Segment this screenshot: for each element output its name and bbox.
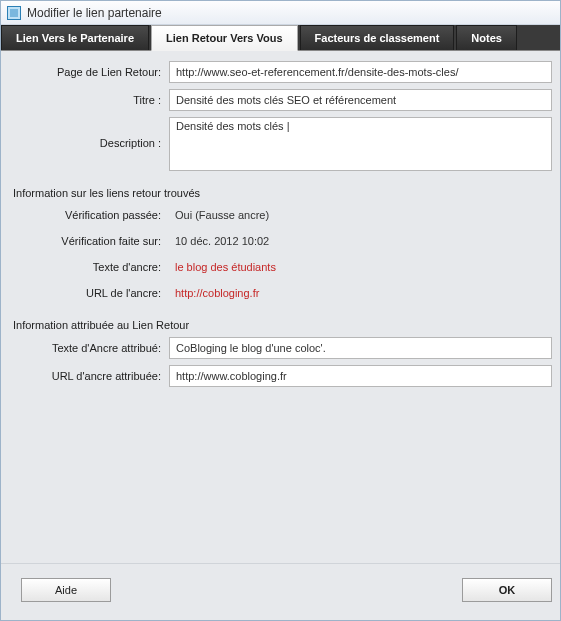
tab-partner-link[interactable]: Lien Vers le Partenaire	[1, 25, 149, 50]
label-title: Titre :	[9, 94, 169, 106]
dialog-window: Modifier le lien partenaire Lien Vers le…	[0, 0, 561, 621]
label-backlink-page: Page de Lien Retour:	[9, 66, 169, 78]
footer: Aide OK	[1, 563, 560, 620]
help-button[interactable]: Aide	[21, 578, 111, 602]
label-description: Description :	[9, 117, 169, 149]
label-assigned-anchor-text: Texte d'Ancre attribué:	[9, 342, 169, 354]
input-assigned-anchor-url[interactable]	[169, 365, 552, 387]
titlebar: Modifier le lien partenaire	[1, 1, 560, 25]
label-anchor-url: URL de l'ancre:	[9, 287, 169, 299]
tabs: Lien Vers le Partenaire Lien Retour Vers…	[1, 25, 560, 51]
label-verify-passed: Vérification passée:	[9, 209, 169, 221]
value-verify-on: 10 déc. 2012 10:02	[169, 231, 552, 251]
input-title[interactable]	[169, 89, 552, 111]
label-anchor-text: Texte d'ancre:	[9, 261, 169, 273]
input-description[interactable]: Densité des mots clés |	[169, 117, 552, 171]
window-title: Modifier le lien partenaire	[27, 6, 162, 20]
input-assigned-anchor-text[interactable]	[169, 337, 552, 359]
input-backlink-page[interactable]	[169, 61, 552, 83]
heading-assigned-info: Information attribuée au Lien Retour	[9, 309, 552, 337]
tab-ranking-factors[interactable]: Facteurs de classement	[300, 25, 455, 50]
label-verify-on: Vérification faite sur:	[9, 235, 169, 247]
value-anchor-text: le blog des étudiants	[169, 257, 552, 277]
ok-button[interactable]: OK	[462, 578, 552, 602]
value-verify-passed: Oui (Fausse ancre)	[169, 205, 552, 225]
content-pane: Page de Lien Retour: Titre : Description…	[1, 51, 560, 563]
app-icon	[7, 6, 21, 20]
label-assigned-anchor-url: URL d'ancre attribuée:	[9, 370, 169, 382]
tab-backlink-to-you[interactable]: Lien Retour Vers Vous	[151, 25, 298, 51]
heading-found-info: Information sur les liens retour trouvés	[9, 177, 552, 205]
tab-notes[interactable]: Notes	[456, 25, 517, 50]
value-anchor-url: http://cobloging.fr	[169, 283, 552, 303]
